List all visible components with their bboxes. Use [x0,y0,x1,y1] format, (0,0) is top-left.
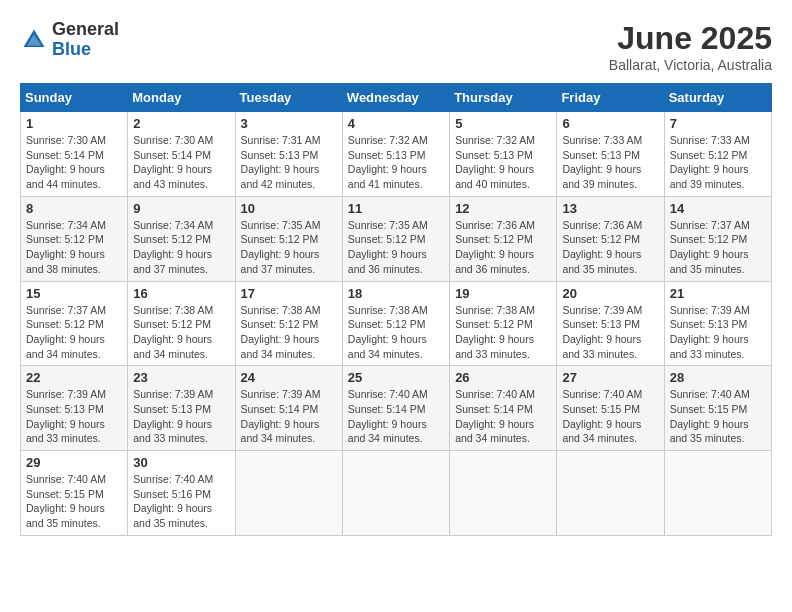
daylight-label: Daylight: 9 hours and 34 minutes. [241,418,320,445]
day-number: 9 [133,201,229,216]
calendar-cell: 20 Sunrise: 7:39 AM Sunset: 5:13 PM Dayl… [557,281,664,366]
sunset-label: Sunset: 5:12 PM [26,318,104,330]
daylight-label: Daylight: 9 hours and 37 minutes. [241,248,320,275]
calendar-cell: 9 Sunrise: 7:34 AM Sunset: 5:12 PM Dayli… [128,196,235,281]
day-info: Sunrise: 7:32 AM Sunset: 5:13 PM Dayligh… [348,133,444,192]
sunset-label: Sunset: 5:13 PM [670,318,748,330]
sunrise-label: Sunrise: 7:40 AM [562,388,642,400]
day-info: Sunrise: 7:38 AM Sunset: 5:12 PM Dayligh… [241,303,337,362]
day-number: 15 [26,286,122,301]
day-number: 22 [26,370,122,385]
logo-icon [20,26,48,54]
calendar-week-row: 1 Sunrise: 7:30 AM Sunset: 5:14 PM Dayli… [21,112,772,197]
day-number: 18 [348,286,444,301]
sunrise-label: Sunrise: 7:37 AM [26,304,106,316]
calendar-cell [664,451,771,536]
calendar-table: SundayMondayTuesdayWednesdayThursdayFrid… [20,83,772,536]
calendar-cell: 13 Sunrise: 7:36 AM Sunset: 5:12 PM Dayl… [557,196,664,281]
sunset-label: Sunset: 5:15 PM [670,403,748,415]
sunset-label: Sunset: 5:14 PM [26,149,104,161]
sunrise-label: Sunrise: 7:31 AM [241,134,321,146]
daylight-label: Daylight: 9 hours and 34 minutes. [348,418,427,445]
day-info: Sunrise: 7:38 AM Sunset: 5:12 PM Dayligh… [348,303,444,362]
daylight-label: Daylight: 9 hours and 34 minutes. [26,333,105,360]
daylight-label: Daylight: 9 hours and 40 minutes. [455,163,534,190]
daylight-label: Daylight: 9 hours and 37 minutes. [133,248,212,275]
daylight-label: Daylight: 9 hours and 33 minutes. [26,418,105,445]
day-number: 11 [348,201,444,216]
weekday-header: Thursday [450,84,557,112]
sunset-label: Sunset: 5:15 PM [26,488,104,500]
calendar-cell [557,451,664,536]
sunset-label: Sunset: 5:13 PM [562,149,640,161]
calendar-cell: 28 Sunrise: 7:40 AM Sunset: 5:15 PM Dayl… [664,366,771,451]
calendar-cell: 3 Sunrise: 7:31 AM Sunset: 5:13 PM Dayli… [235,112,342,197]
day-number: 28 [670,370,766,385]
logo-blue: Blue [52,40,119,60]
sunrise-label: Sunrise: 7:33 AM [562,134,642,146]
daylight-label: Daylight: 9 hours and 35 minutes. [133,502,212,529]
day-info: Sunrise: 7:35 AM Sunset: 5:12 PM Dayligh… [348,218,444,277]
sunset-label: Sunset: 5:12 PM [455,318,533,330]
sunrise-label: Sunrise: 7:39 AM [26,388,106,400]
sunset-label: Sunset: 5:16 PM [133,488,211,500]
day-info: Sunrise: 7:39 AM Sunset: 5:13 PM Dayligh… [26,387,122,446]
calendar-cell [450,451,557,536]
day-number: 24 [241,370,337,385]
calendar-week-row: 22 Sunrise: 7:39 AM Sunset: 5:13 PM Dayl… [21,366,772,451]
calendar-cell: 4 Sunrise: 7:32 AM Sunset: 5:13 PM Dayli… [342,112,449,197]
sunrise-label: Sunrise: 7:36 AM [455,219,535,231]
calendar-week-row: 15 Sunrise: 7:37 AM Sunset: 5:12 PM Dayl… [21,281,772,366]
day-number: 2 [133,116,229,131]
calendar-cell: 15 Sunrise: 7:37 AM Sunset: 5:12 PM Dayl… [21,281,128,366]
sunrise-label: Sunrise: 7:32 AM [348,134,428,146]
day-number: 3 [241,116,337,131]
sunrise-label: Sunrise: 7:39 AM [670,304,750,316]
sunrise-label: Sunrise: 7:38 AM [133,304,213,316]
sunset-label: Sunset: 5:12 PM [26,233,104,245]
day-number: 23 [133,370,229,385]
daylight-label: Daylight: 9 hours and 44 minutes. [26,163,105,190]
day-number: 17 [241,286,337,301]
sunrise-label: Sunrise: 7:40 AM [455,388,535,400]
day-info: Sunrise: 7:39 AM Sunset: 5:13 PM Dayligh… [670,303,766,362]
sunrise-label: Sunrise: 7:38 AM [455,304,535,316]
day-info: Sunrise: 7:34 AM Sunset: 5:12 PM Dayligh… [26,218,122,277]
weekday-header: Sunday [21,84,128,112]
daylight-label: Daylight: 9 hours and 33 minutes. [562,333,641,360]
sunrise-label: Sunrise: 7:40 AM [348,388,428,400]
calendar-cell: 21 Sunrise: 7:39 AM Sunset: 5:13 PM Dayl… [664,281,771,366]
sunset-label: Sunset: 5:12 PM [348,318,426,330]
daylight-label: Daylight: 9 hours and 39 minutes. [670,163,749,190]
sunset-label: Sunset: 5:12 PM [455,233,533,245]
weekday-header: Saturday [664,84,771,112]
daylight-label: Daylight: 9 hours and 36 minutes. [455,248,534,275]
day-info: Sunrise: 7:30 AM Sunset: 5:14 PM Dayligh… [133,133,229,192]
daylight-label: Daylight: 9 hours and 43 minutes. [133,163,212,190]
day-info: Sunrise: 7:33 AM Sunset: 5:12 PM Dayligh… [670,133,766,192]
sunset-label: Sunset: 5:12 PM [133,233,211,245]
weekday-header-row: SundayMondayTuesdayWednesdayThursdayFrid… [21,84,772,112]
day-number: 7 [670,116,766,131]
calendar-cell: 5 Sunrise: 7:32 AM Sunset: 5:13 PM Dayli… [450,112,557,197]
weekday-header: Tuesday [235,84,342,112]
day-info: Sunrise: 7:39 AM Sunset: 5:14 PM Dayligh… [241,387,337,446]
calendar-cell: 11 Sunrise: 7:35 AM Sunset: 5:12 PM Dayl… [342,196,449,281]
daylight-label: Daylight: 9 hours and 39 minutes. [562,163,641,190]
calendar-cell: 1 Sunrise: 7:30 AM Sunset: 5:14 PM Dayli… [21,112,128,197]
day-info: Sunrise: 7:37 AM Sunset: 5:12 PM Dayligh… [670,218,766,277]
calendar-cell: 2 Sunrise: 7:30 AM Sunset: 5:14 PM Dayli… [128,112,235,197]
sunrise-label: Sunrise: 7:39 AM [241,388,321,400]
day-number: 20 [562,286,658,301]
sunrise-label: Sunrise: 7:34 AM [26,219,106,231]
day-info: Sunrise: 7:36 AM Sunset: 5:12 PM Dayligh… [562,218,658,277]
sunset-label: Sunset: 5:13 PM [133,403,211,415]
day-number: 26 [455,370,551,385]
sunset-label: Sunset: 5:12 PM [562,233,640,245]
day-number: 21 [670,286,766,301]
day-info: Sunrise: 7:32 AM Sunset: 5:13 PM Dayligh… [455,133,551,192]
sunset-label: Sunset: 5:15 PM [562,403,640,415]
day-number: 1 [26,116,122,131]
sunrise-label: Sunrise: 7:35 AM [348,219,428,231]
day-info: Sunrise: 7:39 AM Sunset: 5:13 PM Dayligh… [133,387,229,446]
